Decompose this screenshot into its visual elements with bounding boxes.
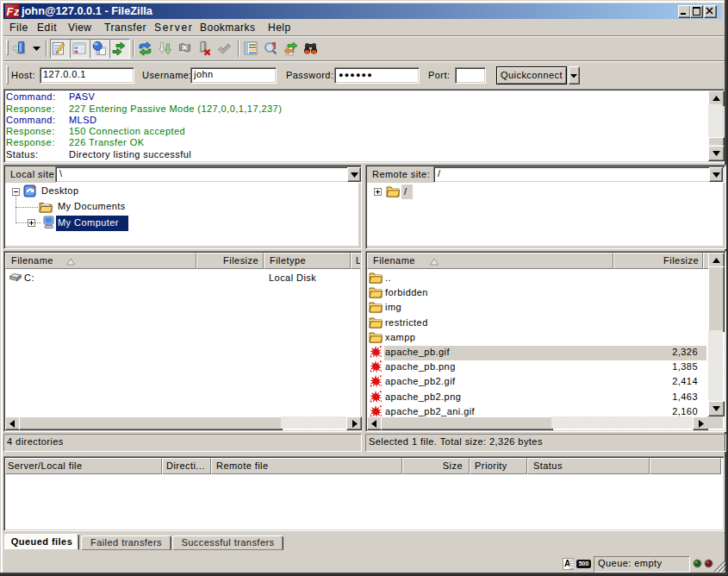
svg-text:Fz: Fz <box>7 5 20 18</box>
